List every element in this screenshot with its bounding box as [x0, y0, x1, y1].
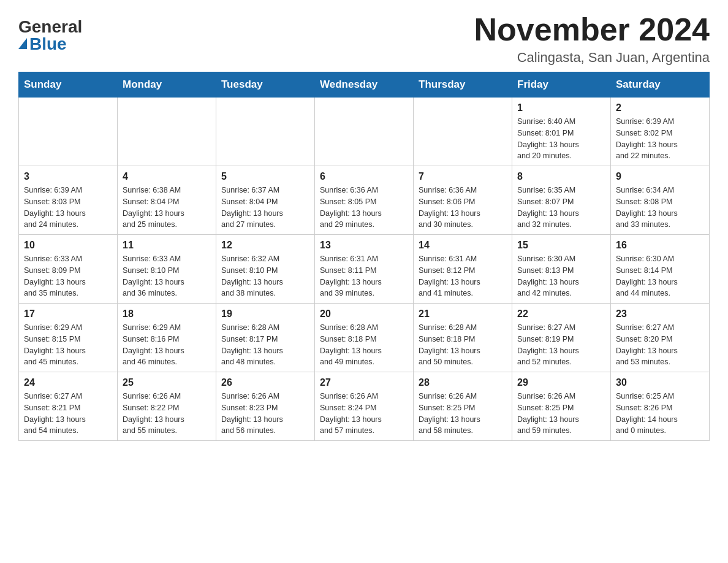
- day-number: 29: [517, 377, 605, 388]
- calendar-cell: 29Sunrise: 6:26 AM Sunset: 8:25 PM Dayli…: [512, 372, 611, 441]
- day-number: 21: [419, 308, 507, 320]
- logo-blue-text: Blue: [29, 36, 67, 53]
- calendar-header-sunday: Sunday: [19, 72, 118, 98]
- calendar-cell: 11Sunrise: 6:33 AM Sunset: 8:10 PM Dayli…: [118, 235, 216, 304]
- calendar-cell: 8Sunrise: 6:35 AM Sunset: 8:07 PM Daylig…: [512, 166, 611, 235]
- calendar-header-row: SundayMondayTuesdayWednesdayThursdayFrid…: [19, 72, 710, 98]
- calendar-cell: 28Sunrise: 6:26 AM Sunset: 8:25 PM Dayli…: [414, 372, 512, 441]
- day-number: 19: [221, 308, 309, 320]
- day-info: Sunrise: 6:36 AM Sunset: 8:05 PM Dayligh…: [320, 185, 408, 231]
- day-info: Sunrise: 6:29 AM Sunset: 8:16 PM Dayligh…: [123, 322, 211, 368]
- day-number: 20: [320, 308, 408, 320]
- week-row-2: 3Sunrise: 6:39 AM Sunset: 8:03 PM Daylig…: [19, 166, 710, 235]
- calendar-cell: 26Sunrise: 6:26 AM Sunset: 8:23 PM Dayli…: [216, 372, 315, 441]
- day-info: Sunrise: 6:33 AM Sunset: 8:09 PM Dayligh…: [24, 253, 112, 299]
- day-number: 23: [616, 308, 704, 320]
- day-info: Sunrise: 6:26 AM Sunset: 8:23 PM Dayligh…: [221, 391, 309, 437]
- day-info: Sunrise: 6:26 AM Sunset: 8:25 PM Dayligh…: [517, 391, 605, 437]
- day-number: 26: [221, 377, 309, 388]
- calendar-table: SundayMondayTuesdayWednesdayThursdayFrid…: [18, 72, 710, 441]
- calendar-cell: [118, 98, 216, 166]
- day-number: 3: [24, 171, 112, 182]
- day-number: 15: [517, 240, 605, 251]
- day-info: Sunrise: 6:27 AM Sunset: 8:21 PM Dayligh…: [24, 391, 112, 437]
- calendar-cell: 1Sunrise: 6:40 AM Sunset: 8:01 PM Daylig…: [512, 98, 611, 166]
- calendar-header-tuesday: Tuesday: [216, 72, 315, 98]
- day-number: 7: [419, 171, 507, 182]
- day-info: Sunrise: 6:31 AM Sunset: 8:12 PM Dayligh…: [419, 253, 507, 299]
- day-info: Sunrise: 6:32 AM Sunset: 8:10 PM Dayligh…: [221, 253, 309, 299]
- day-number: 5: [221, 171, 309, 182]
- calendar-cell: 5Sunrise: 6:37 AM Sunset: 8:04 PM Daylig…: [216, 166, 315, 235]
- calendar-header-thursday: Thursday: [414, 72, 512, 98]
- calendar-header-friday: Friday: [512, 72, 611, 98]
- calendar-cell: 16Sunrise: 6:30 AM Sunset: 8:14 PM Dayli…: [611, 235, 710, 304]
- calendar-cell: 13Sunrise: 6:31 AM Sunset: 8:11 PM Dayli…: [315, 235, 414, 304]
- calendar-cell: 30Sunrise: 6:25 AM Sunset: 8:26 PM Dayli…: [611, 372, 710, 441]
- day-info: Sunrise: 6:28 AM Sunset: 8:17 PM Dayligh…: [221, 322, 309, 368]
- calendar-cell: 22Sunrise: 6:27 AM Sunset: 8:19 PM Dayli…: [512, 304, 611, 372]
- calendar-cell: [414, 98, 512, 166]
- calendar-cell: 9Sunrise: 6:34 AM Sunset: 8:08 PM Daylig…: [611, 166, 710, 235]
- day-info: Sunrise: 6:37 AM Sunset: 8:04 PM Dayligh…: [221, 185, 309, 231]
- calendar-cell: 24Sunrise: 6:27 AM Sunset: 8:21 PM Dayli…: [19, 372, 118, 441]
- day-number: 18: [123, 308, 211, 320]
- calendar-cell: 10Sunrise: 6:33 AM Sunset: 8:09 PM Dayli…: [19, 235, 118, 304]
- calendar-cell: 14Sunrise: 6:31 AM Sunset: 8:12 PM Dayli…: [414, 235, 512, 304]
- day-info: Sunrise: 6:36 AM Sunset: 8:06 PM Dayligh…: [419, 185, 507, 231]
- day-number: 13: [320, 240, 408, 251]
- day-info: Sunrise: 6:26 AM Sunset: 8:24 PM Dayligh…: [320, 391, 408, 437]
- day-info: Sunrise: 6:26 AM Sunset: 8:22 PM Dayligh…: [123, 391, 211, 437]
- week-row-5: 24Sunrise: 6:27 AM Sunset: 8:21 PM Dayli…: [19, 372, 710, 441]
- calendar-cell: 25Sunrise: 6:26 AM Sunset: 8:22 PM Dayli…: [118, 372, 216, 441]
- day-info: Sunrise: 6:25 AM Sunset: 8:26 PM Dayligh…: [616, 391, 704, 437]
- day-info: Sunrise: 6:34 AM Sunset: 8:08 PM Dayligh…: [616, 185, 704, 231]
- day-info: Sunrise: 6:30 AM Sunset: 8:13 PM Dayligh…: [517, 253, 605, 299]
- day-number: 10: [24, 240, 112, 251]
- main-title: November 2024: [474, 12, 710, 47]
- logo: General Blue: [18, 12, 82, 53]
- calendar-cell: 3Sunrise: 6:39 AM Sunset: 8:03 PM Daylig…: [19, 166, 118, 235]
- sub-title: Calingasta, San Juan, Argentina: [474, 50, 710, 66]
- calendar-cell: 19Sunrise: 6:28 AM Sunset: 8:17 PM Dayli…: [216, 304, 315, 372]
- day-info: Sunrise: 6:29 AM Sunset: 8:15 PM Dayligh…: [24, 322, 112, 368]
- day-number: 12: [221, 240, 309, 251]
- day-number: 6: [320, 171, 408, 182]
- logo-triangle-icon: [18, 38, 27, 49]
- day-number: 8: [517, 171, 605, 182]
- day-number: 22: [517, 308, 605, 320]
- day-info: Sunrise: 6:39 AM Sunset: 8:03 PM Dayligh…: [24, 185, 112, 231]
- header: General Blue November 2024 Calingasta, S…: [18, 12, 710, 66]
- day-number: 27: [320, 377, 408, 388]
- day-number: 17: [24, 308, 112, 320]
- calendar-cell: [216, 98, 315, 166]
- calendar-cell: 7Sunrise: 6:36 AM Sunset: 8:06 PM Daylig…: [414, 166, 512, 235]
- calendar-cell: [315, 98, 414, 166]
- day-number: 11: [123, 240, 211, 251]
- day-info: Sunrise: 6:28 AM Sunset: 8:18 PM Dayligh…: [320, 322, 408, 368]
- calendar-cell: 2Sunrise: 6:39 AM Sunset: 8:02 PM Daylig…: [611, 98, 710, 166]
- calendar-cell: 23Sunrise: 6:27 AM Sunset: 8:20 PM Dayli…: [611, 304, 710, 372]
- day-number: 30: [616, 377, 704, 388]
- day-number: 1: [517, 102, 605, 113]
- day-info: Sunrise: 6:26 AM Sunset: 8:25 PM Dayligh…: [419, 391, 507, 437]
- day-info: Sunrise: 6:33 AM Sunset: 8:10 PM Dayligh…: [123, 253, 211, 299]
- calendar-cell: 20Sunrise: 6:28 AM Sunset: 8:18 PM Dayli…: [315, 304, 414, 372]
- calendar-cell: 15Sunrise: 6:30 AM Sunset: 8:13 PM Dayli…: [512, 235, 611, 304]
- day-info: Sunrise: 6:27 AM Sunset: 8:19 PM Dayligh…: [517, 322, 605, 368]
- calendar-cell: 17Sunrise: 6:29 AM Sunset: 8:15 PM Dayli…: [19, 304, 118, 372]
- day-number: 9: [616, 171, 704, 182]
- logo-general-text: General: [18, 18, 82, 36]
- day-number: 28: [419, 377, 507, 388]
- calendar-cell: 6Sunrise: 6:36 AM Sunset: 8:05 PM Daylig…: [315, 166, 414, 235]
- day-info: Sunrise: 6:31 AM Sunset: 8:11 PM Dayligh…: [320, 253, 408, 299]
- day-number: 25: [123, 377, 211, 388]
- day-number: 24: [24, 377, 112, 388]
- calendar-cell: [19, 98, 118, 166]
- calendar-header-monday: Monday: [118, 72, 216, 98]
- day-info: Sunrise: 6:38 AM Sunset: 8:04 PM Dayligh…: [123, 185, 211, 231]
- day-number: 4: [123, 171, 211, 182]
- day-info: Sunrise: 6:27 AM Sunset: 8:20 PM Dayligh…: [616, 322, 704, 368]
- day-number: 2: [616, 102, 704, 113]
- week-row-4: 17Sunrise: 6:29 AM Sunset: 8:15 PM Dayli…: [19, 304, 710, 372]
